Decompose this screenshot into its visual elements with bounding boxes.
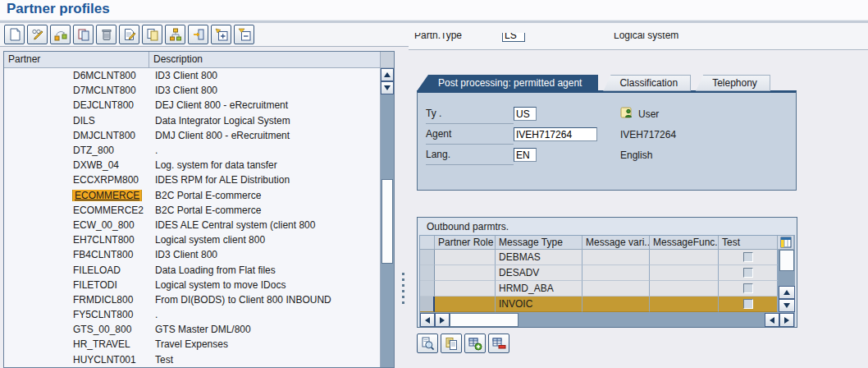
row-selector-cell[interactable]	[420, 297, 435, 312]
partner-row[interactable]: ECW_00_800IDES ALE Central system (clien…	[4, 218, 380, 232]
column-header-description[interactable]: Description	[149, 52, 381, 67]
partner-name[interactable]: D7MCLNT800	[73, 85, 136, 96]
insert-row-icon[interactable]	[464, 334, 486, 353]
copy-icon[interactable]	[73, 25, 94, 44]
hierarchy-icon[interactable]	[165, 25, 185, 44]
column-header-message-function[interactable]: MessageFunc..	[650, 236, 719, 250]
partner-cell[interactable]: EH7CLNT800	[4, 234, 149, 246]
partner-row[interactable]: ECOMMERCEB2C Portal E-commerce	[4, 188, 380, 203]
tab-telephony[interactable]: Telephony	[696, 75, 770, 91]
partner-cell[interactable]: DXWB_04	[4, 159, 149, 171]
scroll-up-button[interactable]	[779, 286, 795, 299]
test-checkbox[interactable]	[743, 268, 753, 278]
delete-icon[interactable]	[96, 25, 116, 44]
partner-cell[interactable]: GTS_00_800	[4, 324, 149, 335]
partner-name[interactable]: HR_TRAVEL	[73, 338, 130, 350]
scrollbar-track[interactable]	[779, 271, 795, 286]
test-checkbox[interactable]	[743, 252, 753, 262]
scrollbar-thumb[interactable]	[450, 313, 519, 327]
test-checkbox[interactable]	[743, 299, 753, 309]
test-cell[interactable]	[719, 297, 778, 312]
selected-partner[interactable]: ECOMMERCE	[73, 190, 141, 201]
partner-name[interactable]: DILS	[73, 115, 95, 126]
display-change-icon[interactable]	[27, 25, 48, 44]
partner-name[interactable]: FY5CLNT800	[73, 309, 133, 320]
partner-type-input[interactable]	[502, 33, 525, 42]
lang-input[interactable]	[514, 148, 537, 162]
row-selector-cell[interactable]	[420, 265, 435, 281]
partner-name[interactable]: ECOMMERCE2	[73, 205, 144, 216]
partner-row[interactable]: DMJCLNT800DMJ Client 800 - eRecruitment	[4, 128, 380, 143]
partner-row[interactable]: DEJCLNT800DEJ Client 800 - eRecruitment	[4, 98, 380, 113]
scrollbar-thumb[interactable]	[381, 179, 393, 264]
partner-name[interactable]: HUYCLNT001	[73, 354, 136, 366]
partner-cell[interactable]: FRMDICL800	[4, 294, 149, 306]
copy-entry-icon[interactable]	[142, 25, 162, 44]
column-header-message-variant[interactable]: Message vari..	[582, 236, 650, 250]
partner-row[interactable]: HR_TRAVELTravel Expenses	[4, 337, 380, 352]
partner-row[interactable]: FY5CLNT800.	[4, 307, 380, 322]
partner-row[interactable]: DTZ_800.	[4, 143, 380, 158]
link-partners-icon[interactable]	[50, 25, 71, 44]
outbound-row[interactable]: INVOIC	[420, 297, 778, 312]
partner-cell[interactable]: DMJCLNT800	[4, 130, 149, 141]
partner-name[interactable]: FILELOAD	[73, 264, 121, 276]
outbound-row[interactable]: DEBMAS	[420, 250, 778, 265]
partner-cell[interactable]: DTZ_800	[4, 145, 149, 156]
scroll-down-button[interactable]	[779, 299, 795, 312]
partner-name[interactable]: FB4CLNT800	[73, 249, 133, 260]
partner-cell[interactable]: HR_TRAVEL	[4, 338, 149, 350]
partner-cell[interactable]: FY5CLNT800	[4, 309, 149, 320]
tab-classification[interactable]: Classification	[603, 75, 691, 91]
partner-row[interactable]: HUYCLNT001Test	[4, 352, 380, 367]
partner-cell[interactable]: FILETODI	[4, 279, 149, 291]
partner-row[interactable]: EH7CLNT800Logical system client 800	[4, 232, 380, 247]
create-icon[interactable]	[4, 25, 25, 44]
expand-node-icon[interactable]	[211, 25, 231, 44]
partner-row[interactable]: FB4CLNT800ID3 Client 800	[4, 247, 380, 262]
partner-cell[interactable]: D7MCLNT800	[4, 85, 149, 96]
outbound-row[interactable]: HRMD_ABA	[420, 281, 778, 297]
tab-post-processing[interactable]: Post processing: permitted agent	[417, 75, 598, 91]
partner-cell[interactable]: FB4CLNT800	[4, 249, 149, 260]
scroll-left-button[interactable]	[420, 313, 435, 327]
partner-cell[interactable]: DILS	[4, 115, 149, 126]
test-cell[interactable]	[719, 281, 778, 297]
scroll-right-button[interactable]	[779, 313, 794, 327]
scroll-right-button[interactable]	[435, 313, 450, 327]
scrollbar-track[interactable]	[519, 313, 765, 327]
type-input[interactable]	[514, 107, 537, 121]
copy-entry-icon[interactable]	[441, 334, 462, 353]
partner-row[interactable]: FRMDICL800From DI(BODS) to Client 800 IN…	[4, 292, 380, 307]
partner-row[interactable]: ECOMMERCE2B2C Portal E-commerce	[4, 203, 380, 218]
partner-row[interactable]: FILETODILogical system to move IDocs	[4, 278, 380, 292]
collapse-node-icon[interactable]	[234, 25, 254, 44]
test-checkbox[interactable]	[743, 283, 753, 293]
agent-input[interactable]	[514, 127, 597, 141]
partner-name[interactable]: DMJCLNT800	[73, 130, 135, 141]
partner-row[interactable]: FILELOADData Loading from Flat files	[4, 262, 380, 277]
scrollbar-thumb[interactable]	[779, 250, 794, 271]
partner-cell[interactable]: HUYCLNT001	[4, 354, 149, 366]
column-header-partner-role[interactable]: Partner Role	[435, 236, 496, 250]
partner-name[interactable]: FILETODI	[73, 279, 117, 291]
test-cell[interactable]	[719, 250, 778, 265]
partner-cell[interactable]: FILELOAD	[4, 264, 149, 276]
partner-name[interactable]: DEJCLNT800	[73, 99, 134, 111]
scroll-up-button[interactable]	[381, 68, 394, 81]
partner-cell[interactable]: ECOMMERCE	[4, 190, 149, 201]
partner-row[interactable]: DXWB_04Log. system for data tansfer	[4, 158, 380, 172]
delete-row-icon[interactable]	[488, 334, 509, 353]
partner-cell[interactable]: D6MCLNT800	[4, 70, 149, 81]
partner-row[interactable]: GTS_00_800GTS Master DML/800	[4, 322, 380, 337]
partner-name[interactable]: GTS_00_800	[73, 324, 131, 335]
partner-name[interactable]: ECW_00_800	[73, 219, 135, 231]
table-config-icon[interactable]	[778, 236, 794, 250]
partner-name[interactable]: ECCXRPM800	[73, 174, 139, 186]
display-details-icon[interactable]	[417, 334, 438, 353]
scrollbar-track[interactable]	[381, 94, 394, 367]
column-header-partner[interactable]: Partner	[4, 52, 149, 67]
goto-icon[interactable]	[188, 25, 208, 44]
partner-name[interactable]: DXWB_04	[73, 159, 119, 171]
outbound-row[interactable]: DESADV	[420, 265, 778, 281]
